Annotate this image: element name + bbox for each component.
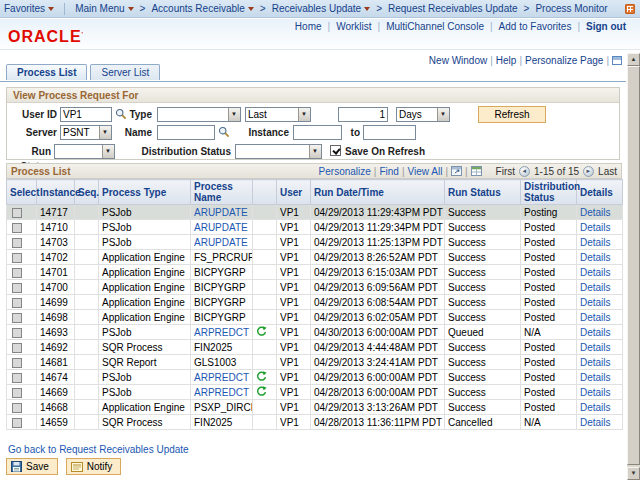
time-count-input[interactable] — [338, 107, 388, 122]
process-name-cell[interactable]: ARPREDCT — [194, 372, 249, 383]
details-link[interactable]: Details — [580, 312, 611, 323]
go-back-link[interactable]: Go back to Request Receivables Update — [8, 444, 189, 455]
process-name-cell[interactable]: ARPREDCT — [194, 327, 249, 338]
pager-first-label[interactable]: First — [496, 166, 515, 177]
row-select-checkbox[interactable] — [12, 238, 22, 248]
run-status-select[interactable] — [54, 144, 115, 159]
save-button[interactable]: Save — [6, 458, 58, 475]
row-select-checkbox[interactable] — [12, 388, 22, 398]
details-link[interactable]: Details — [580, 222, 611, 233]
multichannel-console-link[interactable]: MultiChannel Console — [386, 21, 484, 32]
details-link[interactable]: Details — [580, 282, 611, 293]
nav-request-receivables-update[interactable]: Request Receivables Update — [384, 3, 522, 14]
nav-main-menu[interactable]: Main Menu — [71, 3, 137, 14]
pager-last-label[interactable]: Last — [598, 166, 617, 177]
process-list-grid: Process List Personalize|Find|View All||… — [6, 163, 622, 430]
nav-favorites[interactable]: Favorites — [0, 3, 58, 14]
popup-window-icon[interactable] — [451, 166, 462, 176]
col-process-type[interactable]: Process Type — [99, 180, 191, 205]
details-link[interactable]: Details — [580, 402, 611, 413]
user-id-input[interactable] — [60, 107, 112, 122]
notify-button[interactable]: Notify — [66, 458, 122, 475]
details-link[interactable]: Details — [580, 372, 611, 383]
details-link[interactable]: Details — [580, 252, 611, 263]
view-all-link[interactable]: View All — [408, 166, 443, 177]
next-page-icon[interactable] — [583, 166, 594, 177]
details-link[interactable]: Details — [580, 237, 611, 248]
nav-receivables-update[interactable]: Receivables Update — [268, 3, 375, 14]
nav-accounts-receivable[interactable]: Accounts Receivable — [147, 3, 257, 14]
scroll-up-icon[interactable]: ▲ — [627, 53, 640, 66]
details-link[interactable]: Details — [580, 207, 611, 218]
table-row: 14674PSJobARPREDCTVP104/29/2013 6:00:00A… — [7, 370, 623, 385]
instance-cell: 14710 — [40, 222, 68, 233]
type-select[interactable] — [157, 107, 241, 122]
personalize-page-link[interactable]: Personalize Page — [525, 55, 603, 66]
recurrence-icon — [256, 386, 267, 397]
row-select-checkbox[interactable] — [12, 373, 22, 383]
col-seq[interactable]: Seq. — [75, 180, 99, 205]
details-link[interactable]: Details — [580, 327, 611, 338]
col-instance[interactable]: Instance — [37, 180, 75, 205]
add-to-favorites-link[interactable]: Add to Favorites — [499, 21, 572, 32]
col-user[interactable]: User — [277, 180, 311, 205]
distribution-status-select[interactable] — [235, 144, 322, 159]
details-link[interactable]: Details — [580, 342, 611, 353]
row-select-checkbox[interactable] — [12, 298, 22, 308]
server-select[interactable]: PSNT — [60, 125, 112, 140]
col-distribution-status[interactable]: Distribution Status — [521, 180, 577, 205]
home-link[interactable]: Home — [295, 21, 322, 32]
instance-from-input[interactable] — [293, 125, 342, 140]
tab-process-list[interactable]: Process List — [6, 64, 87, 80]
personalize-link[interactable]: Personalize — [319, 166, 371, 177]
refresh-button[interactable]: Refresh — [478, 106, 546, 123]
nav-process-monitor[interactable]: Process Monitor — [531, 3, 611, 14]
nav-grid-icon[interactable] — [625, 4, 635, 14]
row-select-checkbox[interactable] — [12, 208, 22, 218]
http-window-icon[interactable] — [612, 56, 622, 65]
col-run-status[interactable]: Run Status — [445, 180, 521, 205]
row-select-checkbox[interactable] — [12, 358, 22, 368]
col-details[interactable]: Details — [577, 180, 623, 205]
details-link[interactable]: Details — [580, 297, 611, 308]
row-select-checkbox[interactable] — [12, 253, 22, 263]
new-window-link[interactable]: New Window — [429, 55, 487, 66]
previous-page-icon[interactable] — [519, 166, 530, 177]
row-select-checkbox[interactable] — [12, 268, 22, 278]
last-select[interactable]: Last — [245, 107, 311, 122]
col-select[interactable]: Select — [7, 180, 37, 205]
process-name-cell[interactable]: ARUPDATE — [194, 237, 248, 248]
row-select-checkbox[interactable] — [12, 328, 22, 338]
row-select-checkbox[interactable] — [12, 343, 22, 353]
scrollbar-thumb[interactable] — [627, 66, 640, 465]
scroll-down-icon[interactable]: ▼ — [627, 467, 640, 480]
download-grid-icon[interactable] — [471, 166, 482, 176]
col-process-name[interactable]: Process Name — [191, 180, 253, 205]
vertical-scrollbar[interactable]: ▲ ▼ — [627, 53, 640, 480]
name-input[interactable] — [157, 125, 215, 140]
process-name-cell[interactable]: ARUPDATE — [194, 222, 248, 233]
details-link[interactable]: Details — [580, 267, 611, 278]
instance-to-input[interactable] — [363, 125, 416, 140]
row-select-checkbox[interactable] — [12, 223, 22, 233]
row-select-checkbox[interactable] — [12, 418, 22, 428]
help-link[interactable]: Help — [496, 55, 517, 66]
row-select-checkbox[interactable] — [12, 403, 22, 413]
details-link[interactable]: Details — [580, 417, 611, 428]
chevron-down-icon — [48, 7, 54, 11]
row-select-checkbox[interactable] — [12, 313, 22, 323]
process-name-cell[interactable]: ARUPDATE — [194, 207, 248, 218]
days-select[interactable]: Days — [396, 107, 450, 122]
find-link[interactable]: Find — [379, 166, 398, 177]
col-run-datetime[interactable]: Run Date/Time — [311, 180, 445, 205]
sign-out-link[interactable]: Sign out — [586, 21, 626, 32]
details-link[interactable]: Details — [580, 357, 611, 368]
details-link[interactable]: Details — [580, 387, 611, 398]
tab-server-list[interactable]: Server List — [90, 64, 160, 80]
worklist-link[interactable]: Worklist — [336, 21, 371, 32]
panel-title: View Process Request For — [7, 88, 619, 103]
nav-divider — [64, 3, 65, 15]
row-select-checkbox[interactable] — [12, 283, 22, 293]
process-name-cell[interactable]: ARPREDCT — [194, 387, 249, 398]
save-on-refresh-checkbox[interactable] — [330, 145, 341, 156]
